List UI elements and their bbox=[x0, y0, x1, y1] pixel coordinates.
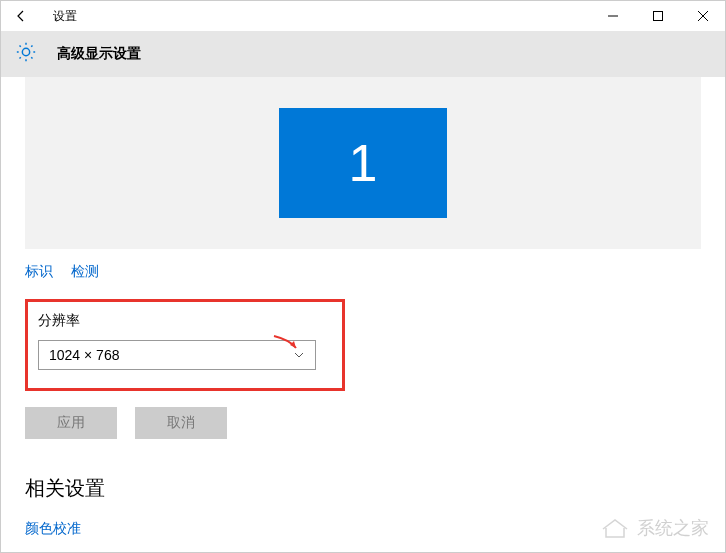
minimize-button[interactable] bbox=[590, 1, 635, 31]
detect-link[interactable]: 检测 bbox=[71, 263, 99, 281]
apply-button[interactable]: 应用 bbox=[25, 407, 117, 439]
maximize-icon bbox=[653, 11, 663, 21]
annotation-arrow-icon bbox=[272, 334, 302, 354]
resolution-label: 分辨率 bbox=[38, 312, 332, 330]
close-icon bbox=[698, 11, 708, 21]
svg-rect-1 bbox=[653, 12, 662, 21]
cancel-button[interactable]: 取消 bbox=[135, 407, 227, 439]
page-title: 高级显示设置 bbox=[57, 45, 141, 63]
window-controls bbox=[590, 1, 725, 31]
resolution-value: 1024 × 768 bbox=[49, 347, 119, 363]
action-buttons: 应用 取消 bbox=[25, 407, 701, 439]
titlebar: 设置 bbox=[1, 1, 725, 31]
monitor-preview: 1 bbox=[25, 77, 701, 249]
maximize-button[interactable] bbox=[635, 1, 680, 31]
resolution-highlight: 分辨率 1024 × 768 bbox=[25, 299, 345, 391]
window-title: 设置 bbox=[53, 8, 77, 25]
related-settings-heading: 相关设置 bbox=[25, 475, 701, 502]
minimize-icon bbox=[608, 11, 618, 21]
watermark: 系统之家 bbox=[599, 516, 709, 540]
arrow-left-icon bbox=[14, 9, 28, 23]
display-links: 标识 检测 bbox=[25, 263, 701, 281]
content-area: 1 标识 检测 分辨率 1024 × 768 应用 取消 相关设置 颜色校准 bbox=[1, 77, 725, 538]
house-icon bbox=[599, 517, 631, 539]
identify-link[interactable]: 标识 bbox=[25, 263, 53, 281]
close-button[interactable] bbox=[680, 1, 725, 31]
gear-icon bbox=[15, 41, 37, 67]
monitor-tile-1[interactable]: 1 bbox=[279, 108, 447, 218]
monitor-number: 1 bbox=[349, 133, 378, 193]
page-header: 高级显示设置 bbox=[1, 31, 725, 77]
back-button[interactable] bbox=[9, 4, 33, 28]
watermark-text: 系统之家 bbox=[637, 516, 709, 540]
